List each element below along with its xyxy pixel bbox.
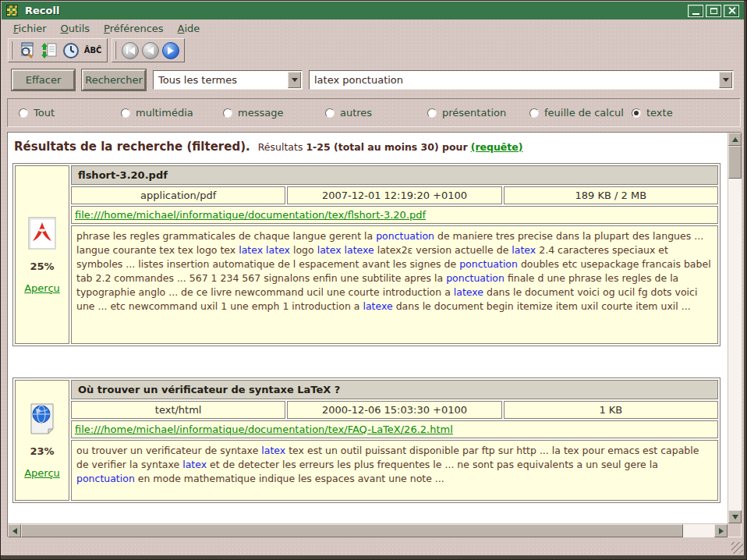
radio-icon-selected[interactable] [632,108,641,118]
toolbar-drag-handle[interactable] [115,41,116,59]
search-query-value: latex ponctuation [310,74,719,86]
document-sort-arrows-icon [41,42,58,59]
radio-icon[interactable] [121,108,130,118]
result-snippet: ou trouver un verificateur de syntaxe la… [71,440,718,501]
result-mime: text/html [71,401,285,419]
maximize-button[interactable] [706,5,721,17]
first-page-icon [126,47,128,54]
result-item: 25% Aperçu flshort-3.20.pdf application/… [12,163,720,346]
document-history-button[interactable] [61,41,81,61]
radio-icon[interactable] [529,108,539,118]
minimize-icon [692,13,699,15]
window-title: Recoll [25,5,59,16]
first-page-button[interactable] [122,42,139,59]
toolbar-group-tools: ÂBĈ [8,38,108,62]
clear-button[interactable]: Effacer [12,69,75,90]
search-mode-combobox[interactable]: Tous les termes [153,70,303,90]
spellcheck-abc-icon: ÂBĈ [84,46,102,55]
chevron-down-icon [292,78,298,82]
filter-radio-texte[interactable]: texte [632,107,673,119]
filter-radio-autres[interactable]: autres [325,107,427,119]
result-item: 23% Aperçu Où trouver un vérificateur de… [12,377,720,503]
horizontal-scrollbar-track[interactable] [683,524,714,537]
arrow-left-icon [12,528,17,534]
window-right-border [744,1,746,559]
result-url-link[interactable]: file:///home/michael/informatique/docume… [75,424,453,435]
previous-page-icon [147,47,154,55]
result-size: 189 KB / 2 MB [504,186,718,204]
document-preview-button[interactable] [17,41,37,61]
results-viewport: Résultats de la recherche (filtered).Rés… [8,133,728,523]
result-title: flshort-3.20.pdf [71,165,718,185]
previous-page-button[interactable] [142,42,159,59]
search-button[interactable]: Rechercher [82,69,146,90]
combo-dropdown-button[interactable] [288,72,301,88]
titlebar[interactable]: Recoll [2,2,744,19]
search-bar: Effacer Rechercher Tous les termes latex… [12,69,734,90]
toolbar-drag-handle[interactable] [11,41,12,59]
arrow-right-icon [719,528,724,534]
results-summary: Résultats 1-25 (total au moins 30) pour … [258,141,523,153]
term-explorer-button[interactable]: ÂBĈ [83,41,103,61]
scroll-down-button[interactable] [728,510,742,523]
recoll-window: Recoll Fichier Outils Préférences Aide [0,0,747,560]
sort-by-date-button[interactable] [39,41,59,61]
search-query-input[interactable]: latex ponctuation [309,70,734,90]
preview-link[interactable]: Aperçu [24,467,60,479]
query-link[interactable]: (requête) [471,141,523,153]
next-page-icon [168,47,174,55]
recoll-logo-icon [6,5,18,16]
menu-item-aide[interactable]: Aide [171,21,207,36]
horizontal-scrollbar-thumb[interactable] [21,524,683,537]
clock-icon [62,42,80,59]
filter-radio-presentation[interactable]: présentation [427,107,529,119]
filter-radio-message[interactable]: message [223,107,325,119]
horizontal-scrollbar[interactable] [8,523,728,537]
result-date: 2007-12-01 12:19:20 +0100 [287,186,501,204]
vertical-scrollbar[interactable] [728,133,741,523]
result-url-row: file:///home/michael/informatique/docume… [71,420,718,438]
pdf-icon [27,216,58,250]
radio-icon[interactable] [325,108,335,118]
resize-grip[interactable] [731,542,743,554]
arrow-up-icon [732,137,738,142]
result-side-panel: 25% Aperçu [15,165,69,344]
html-icon [28,402,56,435]
toolbar-group-navigation [112,38,185,62]
menubar: Fichier Outils Préférences Aide [2,20,743,37]
search-mode-value: Tous les termes [154,74,288,86]
result-details: Où trouver un vérificateur de syntaxe La… [71,380,718,501]
menu-item-preferences[interactable]: Préférences [97,21,170,36]
filter-radio-feuille-de-calcul[interactable]: feuille de calcul [529,107,632,119]
vertical-scrollbar-thumb[interactable] [728,146,742,179]
next-page-button[interactable] [162,42,179,59]
radio-icon[interactable] [19,108,28,118]
close-icon [728,6,736,15]
result-details: flshort-3.20.pdf application/pdf 2007-12… [71,165,718,344]
filter-radio-tout[interactable]: Tout [19,107,121,119]
preview-link[interactable]: Aperçu [24,282,60,294]
maximize-icon [710,8,717,14]
scroll-up-button[interactable] [728,133,742,146]
relevance-percent: 23% [30,445,54,457]
result-side-panel: 23% Aperçu [15,380,69,501]
radio-icon[interactable] [427,108,437,118]
relevance-percent: 25% [30,261,54,272]
menu-item-fichier[interactable]: Fichier [6,21,54,36]
results-heading: Résultats de la recherche (filtered). [14,140,250,154]
result-url-row: file:///home/michael/informatique/docume… [71,206,718,224]
vertical-scrollbar-track[interactable] [728,179,741,510]
arrow-down-icon [732,515,738,519]
minimize-button[interactable] [688,5,703,17]
radio-icon[interactable] [223,108,232,118]
menu-item-outils[interactable]: Outils [54,21,97,36]
result-metadata-row: text/html 2000-12-06 15:03:30 +0100 1 KB [71,401,718,419]
window-bottom-border [1,555,746,559]
close-button[interactable] [724,5,739,17]
result-date: 2000-12-06 15:03:30 +0100 [287,401,501,419]
combo-dropdown-button[interactable] [719,72,732,88]
filter-radio-multimedia[interactable]: multimédia [121,107,223,119]
scroll-left-button[interactable] [8,524,21,537]
result-url-link[interactable]: file:///home/michael/informatique/docume… [75,209,426,221]
scroll-right-button[interactable] [714,524,728,537]
